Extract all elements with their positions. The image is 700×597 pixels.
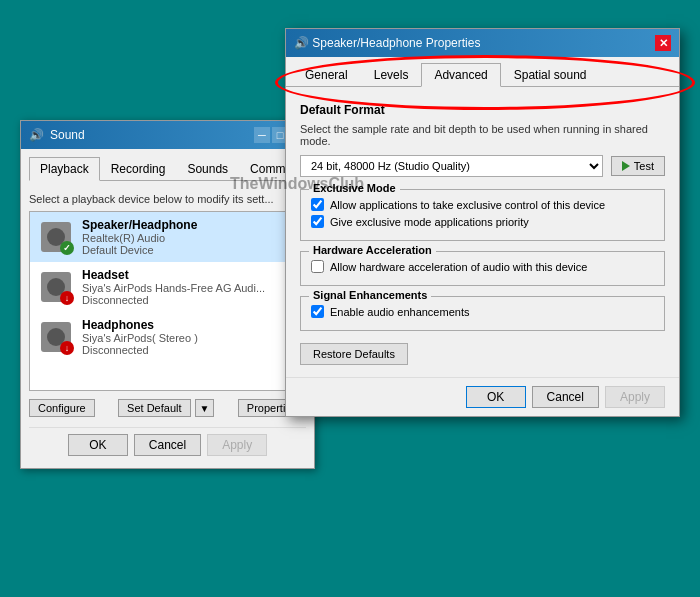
signal-enhance-label: Signal Enhancements bbox=[309, 289, 431, 301]
restore-defaults-btn[interactable]: Restore Defaults bbox=[300, 343, 408, 365]
format-row: 24 bit, 48000 Hz (Studio Quality) Test bbox=[300, 155, 665, 177]
status-badge-red-3: ↓ bbox=[60, 341, 74, 355]
tab-recording[interactable]: Recording bbox=[100, 157, 177, 180]
exclusive-mode-group: Exclusive Mode Allow applications to tak… bbox=[300, 189, 665, 241]
sound-ok-btn[interactable]: OK bbox=[68, 434, 128, 456]
props-tab-advanced[interactable]: Advanced bbox=[421, 63, 500, 87]
test-btn[interactable]: Test bbox=[611, 156, 665, 176]
hardware-accel-checkbox[interactable] bbox=[311, 260, 324, 273]
props-dialog: 🔊 Speaker/Headphone Properties ✕ General… bbox=[285, 28, 680, 417]
sound-dialog-title: Sound bbox=[50, 128, 85, 142]
configure-btn[interactable]: Configure bbox=[29, 399, 95, 417]
device-item-headset[interactable]: ↓ Headset Siya's AirPods Hands-Free AG A… bbox=[30, 262, 305, 312]
exclusive-mode-row1: Allow applications to take exclusive con… bbox=[311, 198, 654, 211]
exclusive-mode-row2: Give exclusive mode applications priorit… bbox=[311, 215, 654, 228]
device-sub2-2: Disconnected bbox=[82, 294, 297, 306]
props-content: Default Format Select the sample rate an… bbox=[286, 87, 679, 377]
device-icon-headset: ↓ bbox=[38, 269, 74, 305]
exclusive-mode-label: Exclusive Mode bbox=[309, 182, 400, 194]
test-btn-label: Test bbox=[634, 160, 654, 172]
device-item-headphones[interactable]: ↓ Headphones Siya's AirPods( Stereo ) Di… bbox=[30, 312, 305, 362]
props-dialog-icon: 🔊 bbox=[294, 36, 309, 50]
sound-bottom-buttons: Configure Set Default ▼ Properties bbox=[29, 399, 306, 417]
device-icon-speaker: ✓ bbox=[38, 219, 74, 255]
device-item-speaker[interactable]: ✓ Speaker/Headphone Realtek(R) Audio Def… bbox=[30, 212, 305, 262]
exclusive-priority-checkbox[interactable] bbox=[311, 215, 324, 228]
sound-minimize-btn[interactable]: ─ bbox=[254, 127, 270, 143]
signal-enhance-option-label: Enable audio enhancements bbox=[330, 306, 469, 318]
device-name-3: Headphones bbox=[82, 318, 297, 332]
hardware-accel-option-label: Allow hardware acceleration of audio wit… bbox=[330, 261, 587, 273]
props-ok-btn[interactable]: OK bbox=[466, 386, 526, 408]
props-tab-general[interactable]: General bbox=[292, 63, 361, 86]
sound-dialog-icon: 🔊 bbox=[29, 128, 44, 142]
exclusive-control-label: Allow applications to take exclusive con… bbox=[330, 199, 605, 211]
select-label: Select a playback device below to modify… bbox=[29, 193, 306, 205]
device-sub2-1: Default Device bbox=[82, 244, 297, 256]
tab-playback[interactable]: Playback bbox=[29, 157, 100, 181]
device-name-2: Headset bbox=[82, 268, 297, 282]
sound-cancel-btn[interactable]: Cancel bbox=[134, 434, 201, 456]
device-name-1: Speaker/Headphone bbox=[82, 218, 297, 232]
props-cancel-btn[interactable]: Cancel bbox=[532, 386, 599, 408]
default-format-label: Default Format bbox=[300, 103, 665, 117]
signal-enhance-group: Signal Enhancements Enable audio enhance… bbox=[300, 296, 665, 331]
props-tabs: General Levels Advanced Spatial sound bbox=[286, 57, 679, 87]
hardware-accel-row1: Allow hardware acceleration of audio wit… bbox=[311, 260, 654, 273]
play-icon bbox=[622, 161, 630, 171]
tab-sounds[interactable]: Sounds bbox=[176, 157, 239, 180]
signal-enhance-row1: Enable audio enhancements bbox=[311, 305, 654, 318]
set-default-dropdown-btn[interactable]: ▼ bbox=[195, 399, 215, 417]
device-sub1-3: Siya's AirPods( Stereo ) bbox=[82, 332, 297, 344]
props-dialog-title: Speaker/Headphone Properties bbox=[312, 36, 480, 50]
device-list: ✓ Speaker/Headphone Realtek(R) Audio Def… bbox=[29, 211, 306, 391]
props-footer: OK Cancel Apply bbox=[286, 377, 679, 416]
exclusive-priority-label: Give exclusive mode applications priorit… bbox=[330, 216, 529, 228]
props-tab-levels[interactable]: Levels bbox=[361, 63, 422, 86]
props-close-btn[interactable]: ✕ bbox=[655, 35, 671, 51]
sound-apply-btn[interactable]: Apply bbox=[207, 434, 267, 456]
props-apply-btn[interactable]: Apply bbox=[605, 386, 665, 408]
props-titlebar: 🔊 Speaker/Headphone Properties ✕ bbox=[286, 29, 679, 57]
hardware-accel-label: Hardware Acceleration bbox=[309, 244, 436, 256]
device-sub1-2: Siya's AirPods Hands-Free AG Audi... bbox=[82, 282, 297, 294]
props-tab-spatial[interactable]: Spatial sound bbox=[501, 63, 600, 86]
device-sub2-3: Disconnected bbox=[82, 344, 297, 356]
format-select[interactable]: 24 bit, 48000 Hz (Studio Quality) bbox=[300, 155, 603, 177]
status-badge-green: ✓ bbox=[60, 241, 74, 255]
sound-dialog: 🔊 Sound ─ □ ✕ Playback Recording Sounds … bbox=[20, 120, 315, 469]
sound-dialog-titlebar: 🔊 Sound ─ □ ✕ bbox=[21, 121, 314, 149]
device-icon-headphones: ↓ bbox=[38, 319, 74, 355]
device-sub1-1: Realtek(R) Audio bbox=[82, 232, 297, 244]
exclusive-control-checkbox[interactable] bbox=[311, 198, 324, 211]
set-default-btn[interactable]: Set Default bbox=[118, 399, 190, 417]
signal-enhance-checkbox[interactable] bbox=[311, 305, 324, 318]
hardware-accel-group: Hardware Acceleration Allow hardware acc… bbox=[300, 251, 665, 286]
status-badge-red-2: ↓ bbox=[60, 291, 74, 305]
sound-tabs: Playback Recording Sounds Communications bbox=[29, 157, 306, 181]
default-format-desc: Select the sample rate and bit depth to … bbox=[300, 123, 665, 147]
